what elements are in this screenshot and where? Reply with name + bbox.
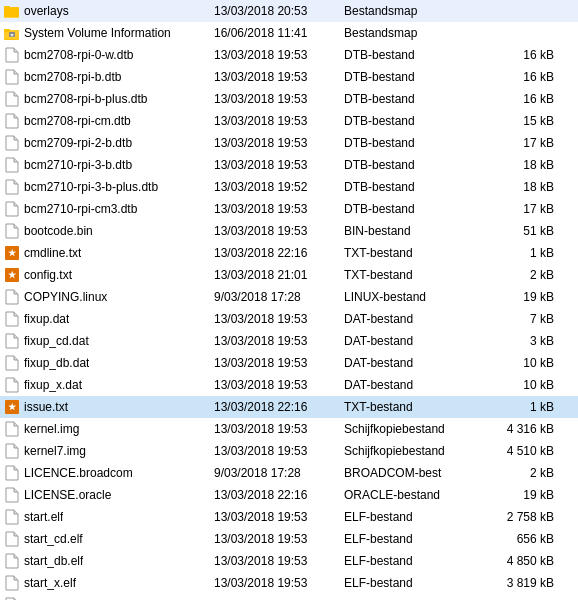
- list-item[interactable]: ★ issue.txt 13/03/2018 22:16 TXT-bestand…: [0, 396, 578, 418]
- file-name-col: fixup_cd.dat: [4, 333, 214, 349]
- file-size: 4 510 kB: [484, 444, 554, 458]
- list-item[interactable]: bootcode.bin 13/03/2018 19:53 BIN-bestan…: [0, 220, 578, 242]
- file-date: 9/03/2018 17:28: [214, 466, 344, 480]
- file-size: 16 kB: [484, 70, 554, 84]
- list-item[interactable]: start.elf 13/03/2018 19:53 ELF-bestand 2…: [0, 506, 578, 528]
- file-plain-icon: [4, 487, 20, 503]
- list-item[interactable]: ★ config.txt 13/03/2018 21:01 TXT-bestan…: [0, 264, 578, 286]
- file-date: 13/03/2018 19:53: [214, 422, 344, 436]
- list-item[interactable]: overlays 13/03/2018 20:53 Bestandsmap: [0, 0, 578, 22]
- file-plain-icon: [4, 575, 20, 591]
- file-date: 13/03/2018 22:16: [214, 400, 344, 414]
- list-item[interactable]: bcm2709-rpi-2-b.dtb 13/03/2018 19:53 DTB…: [0, 132, 578, 154]
- file-type: DTB-bestand: [344, 70, 484, 84]
- list-item[interactable]: bcm2708-rpi-b.dtb 13/03/2018 19:53 DTB-b…: [0, 66, 578, 88]
- file-size: 4 850 kB: [484, 554, 554, 568]
- list-item[interactable]: bcm2708-rpi-0-w.dtb 13/03/2018 19:53 DTB…: [0, 44, 578, 66]
- file-name-col: LICENCE.broadcom: [4, 465, 214, 481]
- file-size: 656 kB: [484, 532, 554, 546]
- list-item[interactable]: ★ cmdline.txt 13/03/2018 22:16 TXT-besta…: [0, 242, 578, 264]
- svg-rect-8: [4, 29, 10, 32]
- file-type: DTB-bestand: [344, 92, 484, 106]
- file-plain-icon: [4, 113, 20, 129]
- list-item[interactable]: COPYING.linux 9/03/2018 17:28 LINUX-best…: [0, 286, 578, 308]
- file-date: 13/03/2018 19:53: [214, 312, 344, 326]
- file-plain-icon: [4, 157, 20, 173]
- file-special-icon: ★: [4, 399, 20, 415]
- file-name-text: bcm2709-rpi-2-b.dtb: [24, 136, 132, 150]
- list-item[interactable]: bcm2710-rpi-3-b.dtb 13/03/2018 19:53 DTB…: [0, 154, 578, 176]
- list-item[interactable]: fixup.dat 13/03/2018 19:53 DAT-bestand 7…: [0, 308, 578, 330]
- list-item[interactable]: ssh 7/06/2018 16:39 Bestand 0 kB: [0, 594, 578, 600]
- file-date: 13/03/2018 19:53: [214, 334, 344, 348]
- svg-rect-4: [4, 8, 19, 17]
- file-plain-icon: [4, 135, 20, 151]
- list-item[interactable]: start_cd.elf 13/03/2018 19:53 ELF-bestan…: [0, 528, 578, 550]
- file-date: 13/03/2018 21:01: [214, 268, 344, 282]
- file-type: DAT-bestand: [344, 356, 484, 370]
- list-item[interactable]: start_db.elf 13/03/2018 19:53 ELF-bestan…: [0, 550, 578, 572]
- file-plain-icon: [4, 421, 20, 437]
- file-plain-icon: [4, 69, 20, 85]
- file-name-text: System Volume Information: [24, 26, 171, 40]
- file-type: DAT-bestand: [344, 312, 484, 326]
- file-plain-icon: [4, 201, 20, 217]
- file-date: 13/03/2018 19:53: [214, 158, 344, 172]
- file-size: 7 kB: [484, 312, 554, 326]
- file-name-text: kernel.img: [24, 422, 79, 436]
- list-item[interactable]: System Volume Information 16/06/2018 11:…: [0, 22, 578, 44]
- file-date: 13/03/2018 19:53: [214, 92, 344, 106]
- file-type: TXT-bestand: [344, 246, 484, 260]
- file-size: 16 kB: [484, 92, 554, 106]
- file-plain-icon: [4, 553, 20, 569]
- file-size: 16 kB: [484, 48, 554, 62]
- list-item[interactable]: bcm2710-rpi-cm3.dtb 13/03/2018 19:53 DTB…: [0, 198, 578, 220]
- file-size: 15 kB: [484, 114, 554, 128]
- file-type: ELF-bestand: [344, 532, 484, 546]
- file-date: 13/03/2018 19:53: [214, 378, 344, 392]
- list-item[interactable]: bcm2708-rpi-cm.dtb 13/03/2018 19:53 DTB-…: [0, 110, 578, 132]
- file-type: LINUX-bestand: [344, 290, 484, 304]
- file-special-icon: ★: [4, 267, 20, 283]
- file-type: BROADCOM-best: [344, 466, 484, 480]
- file-type: BIN-bestand: [344, 224, 484, 238]
- file-name-text: overlays: [24, 4, 69, 18]
- list-item[interactable]: fixup_cd.dat 13/03/2018 19:53 DAT-bestan…: [0, 330, 578, 352]
- file-name-text: bcm2708-rpi-b-plus.dtb: [24, 92, 147, 106]
- list-item[interactable]: LICENCE.broadcom 9/03/2018 17:28 BROADCO…: [0, 462, 578, 484]
- file-name-col: bcm2708-rpi-b-plus.dtb: [4, 91, 214, 107]
- file-name-col: fixup_x.dat: [4, 377, 214, 393]
- file-name-col: bcm2710-rpi-3-b-plus.dtb: [4, 179, 214, 195]
- file-type: Bestandsmap: [344, 26, 484, 40]
- file-plain-icon: [4, 333, 20, 349]
- file-name-col: LICENSE.oracle: [4, 487, 214, 503]
- list-item[interactable]: kernel.img 13/03/2018 19:53 Schijfkopieb…: [0, 418, 578, 440]
- list-item[interactable]: bcm2710-rpi-3-b-plus.dtb 13/03/2018 19:5…: [0, 176, 578, 198]
- file-name-text: fixup_x.dat: [24, 378, 82, 392]
- file-plain-icon: [4, 223, 20, 239]
- file-plain-icon: [4, 311, 20, 327]
- file-size: 17 kB: [484, 202, 554, 216]
- file-date: 13/03/2018 19:53: [214, 554, 344, 568]
- file-name-col: bcm2709-rpi-2-b.dtb: [4, 135, 214, 151]
- list-item[interactable]: kernel7.img 13/03/2018 19:53 Schijfkopie…: [0, 440, 578, 462]
- file-date: 13/03/2018 19:53: [214, 510, 344, 524]
- file-name-text: issue.txt: [24, 400, 68, 414]
- file-name-col: COPYING.linux: [4, 289, 214, 305]
- file-size: 3 819 kB: [484, 576, 554, 590]
- list-item[interactable]: start_x.elf 13/03/2018 19:53 ELF-bestand…: [0, 572, 578, 594]
- file-name-text: bcm2708-rpi-0-w.dtb: [24, 48, 133, 62]
- file-name-text: fixup.dat: [24, 312, 69, 326]
- file-name-col: start.elf: [4, 509, 214, 525]
- file-plain-icon: [4, 91, 20, 107]
- file-size: 1 kB: [484, 400, 554, 414]
- list-item[interactable]: fixup_db.dat 13/03/2018 19:53 DAT-bestan…: [0, 352, 578, 374]
- file-name-text: start.elf: [24, 510, 63, 524]
- list-item[interactable]: LICENSE.oracle 13/03/2018 22:16 ORACLE-b…: [0, 484, 578, 506]
- file-plain-icon: [4, 443, 20, 459]
- file-name-col: overlays: [4, 3, 214, 19]
- list-item[interactable]: bcm2708-rpi-b-plus.dtb 13/03/2018 19:53 …: [0, 88, 578, 110]
- file-type: DTB-bestand: [344, 202, 484, 216]
- file-type: DTB-bestand: [344, 114, 484, 128]
- list-item[interactable]: fixup_x.dat 13/03/2018 19:53 DAT-bestand…: [0, 374, 578, 396]
